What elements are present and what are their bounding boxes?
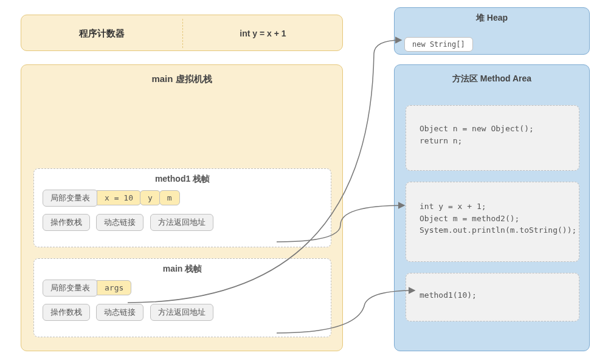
dynamic-linking-label-0: 动态链接: [96, 214, 143, 231]
local-var-label-main: 局部变量表: [43, 280, 98, 297]
stack-frame-method1-title: method1 栈帧: [34, 169, 331, 186]
program-counter-box: 程序计数器 int y = x + 1: [21, 15, 343, 51]
code-block-0-line-1: return n;: [420, 135, 565, 147]
vm-stack-title: main 虚拟机栈: [21, 65, 342, 85]
method-area-box: 方法区 Method Area Object n = new Object();…: [394, 64, 590, 351]
code-block-1: int y = x + 1; Object m = method2(); Sys…: [406, 182, 579, 262]
var-y: y: [140, 190, 161, 205]
var-args: args: [97, 280, 131, 295]
return-addr-label-1: 方法返回地址: [150, 304, 213, 321]
code-block-0: Object n = new Object(); return n;: [406, 105, 579, 171]
vm-stack-box: main 虚拟机栈 method1 栈帧 局部变量表x = 10ym 操作数栈 …: [21, 64, 343, 351]
local-var-label: 局部变量表: [43, 190, 98, 207]
code-block-2-line-0: method1(10);: [420, 289, 565, 301]
operand-stack-label-0: 操作数栈: [43, 214, 90, 231]
heap-object-chip: new String[]: [404, 37, 473, 52]
code-block-1-line-2: System.out.println(m.toString());: [420, 224, 565, 236]
code-block-0-line-0: Object n = new Object();: [420, 123, 565, 135]
var-m: m: [159, 190, 180, 205]
code-block-2: method1(10);: [406, 273, 579, 321]
var-x: x = 10: [97, 190, 141, 205]
stack-frame-main-title: main 栈帧: [34, 259, 331, 276]
code-block-1-line-0: int y = x + 1;: [420, 201, 565, 213]
heap-box: 堆 Heap new String[]: [394, 7, 590, 55]
pc-current-instruction: int y = x + 1: [182, 15, 344, 52]
code-block-1-line-1: Object m = method2();: [420, 213, 565, 225]
stack-frame-main: main 栈帧 局部变量表args 操作数栈 动态链接 方法返回地址: [33, 258, 331, 337]
dynamic-linking-label-1: 动态链接: [96, 304, 143, 321]
return-addr-label-0: 方法返回地址: [150, 214, 213, 231]
pc-title: 程序计数器: [21, 15, 182, 52]
heap-title: 堆 Heap: [395, 8, 589, 24]
stack-frame-method1: method1 栈帧 局部变量表x = 10ym 操作数栈 动态链接 方法返回地…: [33, 168, 331, 247]
method-area-title: 方法区 Method Area: [395, 65, 589, 84]
operand-stack-label-1: 操作数栈: [43, 304, 90, 321]
